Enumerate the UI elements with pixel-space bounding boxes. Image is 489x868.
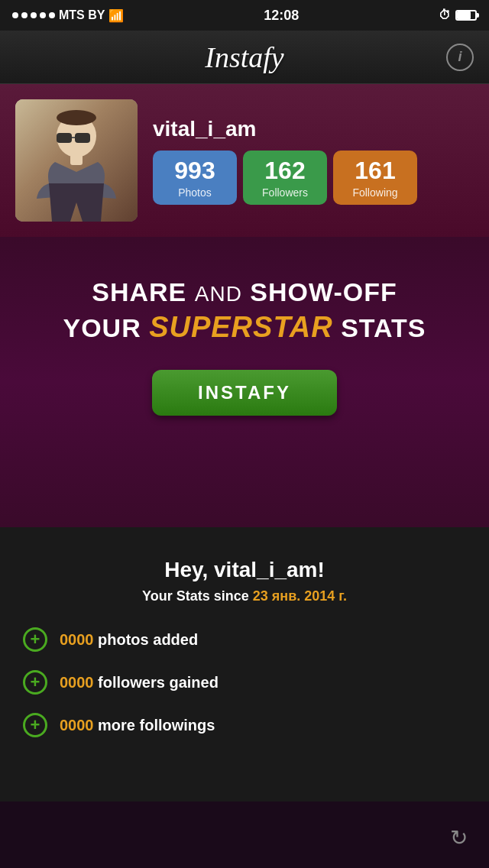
plus-icon-followers: +	[23, 670, 47, 695]
alarm-icon: ⏱	[439, 8, 451, 22]
status-time: 12:08	[264, 8, 299, 24]
refresh-icon[interactable]: ↻	[443, 822, 474, 853]
instafy-button[interactable]: INSTAFY	[152, 370, 337, 416]
your-word: YOUR	[63, 313, 141, 342]
followers-stat: 162 Followers	[243, 151, 327, 205]
username: vital_i_am	[153, 117, 474, 141]
profile-info: vital_i_am 993 Photos 162 Followers 161 …	[153, 117, 474, 205]
since-prefix: Your Stats since	[142, 588, 249, 604]
stat-desc-followers2: followers gained	[98, 674, 219, 691]
hey-title: Hey, vital_i_am!	[23, 558, 466, 582]
stat-desc-photos2: photos added	[98, 631, 198, 648]
signal-dots	[12, 12, 55, 18]
photos-label: Photos	[178, 186, 212, 199]
promo-line2: YOUR SUPERSTAR STATS	[63, 309, 426, 346]
status-bar: MTS BY 📶 12:08 ⏱	[0, 0, 489, 31]
svg-rect-3	[75, 133, 90, 143]
dot4	[40, 12, 46, 18]
promo-line1: SHARE AND SHOW-OFF	[63, 275, 426, 309]
stat-item-followers-text: 0000 followers gained	[60, 674, 219, 691]
plus-icon-photos: +	[23, 627, 47, 652]
status-left: MTS BY 📶	[12, 8, 124, 23]
stats-row: 993 Photos 162 Followers 161 Following	[153, 151, 474, 205]
dot3	[31, 12, 37, 18]
dot5	[49, 12, 55, 18]
since-date: 23 янв. 2014 г.	[253, 588, 347, 604]
stats-word: STATS	[341, 313, 426, 342]
showoff-word: SHOW-OFF	[250, 277, 397, 306]
followers-count: 162	[264, 157, 305, 185]
since-text: Your Stats since 23 янв. 2014 г.	[23, 588, 466, 604]
followers-label: Followers	[262, 186, 308, 199]
avatar-image	[15, 99, 138, 222]
app-header: Instafy i	[0, 31, 489, 84]
stat-item-photos-text: 0000 photos added	[60, 631, 198, 649]
info-button[interactable]: i	[446, 44, 474, 71]
plus-icon-following: +	[23, 713, 47, 737]
stat-num-followers: 0000	[60, 674, 94, 691]
promo-section: SHARE AND SHOW-OFF YOUR SUPERSTAR STATS …	[0, 237, 489, 527]
svg-point-5	[57, 110, 96, 125]
stat-item-photos: + 0000 photos added	[23, 627, 466, 652]
stat-num-photos: 0000	[60, 631, 94, 648]
battery-icon	[455, 10, 477, 21]
app-title: Instafy	[205, 40, 283, 74]
stat-item-following-text: 0000 more followings	[60, 717, 215, 734]
photos-count: 993	[174, 157, 215, 185]
svg-rect-6	[70, 154, 83, 165]
stat-num-following: 0000	[60, 717, 94, 734]
stat-desc-following2: more followings	[98, 717, 215, 734]
promo-text: SHARE AND SHOW-OFF YOUR SUPERSTAR STATS	[63, 275, 426, 347]
dot2	[21, 12, 28, 18]
following-stat: 161 Following	[333, 151, 417, 205]
superstar-word: SUPERSTAR	[149, 311, 333, 343]
following-count: 161	[355, 157, 395, 185]
and-word: AND	[195, 282, 242, 306]
wifi-icon: 📶	[108, 8, 124, 23]
svg-rect-2	[57, 133, 72, 143]
carrier-label: MTS BY	[59, 8, 105, 22]
status-right: ⏱	[439, 8, 477, 22]
stat-item-followers: + 0000 followers gained	[23, 670, 466, 695]
stats-section: Hey, vital_i_am! Your Stats since 23 янв…	[0, 527, 489, 802]
battery-fill	[457, 11, 471, 19]
avatar	[15, 99, 138, 222]
dot1	[12, 12, 18, 18]
share-word: SHARE	[92, 277, 186, 306]
following-label: Following	[352, 186, 397, 199]
photos-stat: 993 Photos	[153, 151, 237, 205]
profile-section: vital_i_am 993 Photos 162 Followers 161 …	[0, 84, 489, 237]
stat-item-following: + 0000 more followings	[23, 713, 466, 737]
